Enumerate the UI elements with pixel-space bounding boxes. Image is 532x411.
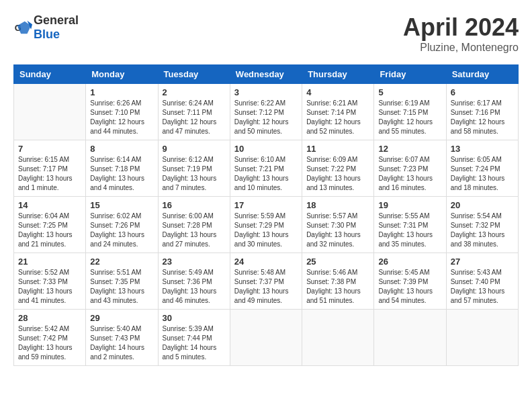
calendar-header-cell: Saturday [446, 65, 518, 84]
day-number: 29 [90, 313, 153, 323]
calendar-header-row: SundayMondayTuesdayWednesdayThursdayFrid… [14, 65, 519, 84]
logo: G General Blue [13, 13, 79, 42]
calendar-day-cell: 13Sunrise: 6:05 AM Sunset: 7:24 PM Dayli… [446, 140, 518, 197]
day-info: Sunrise: 6:04 AM Sunset: 7:25 PM Dayligh… [18, 212, 81, 249]
day-info: Sunrise: 6:02 AM Sunset: 7:26 PM Dayligh… [90, 212, 153, 249]
calendar-day-cell: 2Sunrise: 6:24 AM Sunset: 7:11 PM Daylig… [158, 84, 230, 140]
day-info: Sunrise: 6:17 AM Sunset: 7:16 PM Dayligh… [451, 99, 514, 136]
day-number: 9 [163, 144, 226, 154]
day-info: Sunrise: 5:45 AM Sunset: 7:39 PM Dayligh… [378, 268, 441, 306]
day-number: 7 [18, 144, 81, 154]
day-info: Sunrise: 6:07 AM Sunset: 7:23 PM Dayligh… [378, 155, 441, 193]
day-info: Sunrise: 6:00 AM Sunset: 7:28 PM Dayligh… [163, 212, 226, 249]
day-info: Sunrise: 6:19 AM Sunset: 7:15 PM Dayligh… [378, 99, 441, 136]
calendar-day-cell: 24Sunrise: 5:48 AM Sunset: 7:37 PM Dayli… [230, 253, 302, 310]
calendar-day-cell [302, 310, 374, 366]
day-number: 8 [90, 144, 153, 154]
calendar-header-cell: Tuesday [158, 65, 230, 84]
day-number: 11 [306, 144, 369, 154]
day-info: Sunrise: 5:57 AM Sunset: 7:30 PM Dayligh… [306, 212, 369, 249]
calendar-day-cell: 21Sunrise: 5:52 AM Sunset: 7:33 PM Dayli… [14, 253, 86, 310]
day-info: Sunrise: 6:14 AM Sunset: 7:18 PM Dayligh… [90, 155, 153, 193]
day-info: Sunrise: 6:26 AM Sunset: 7:10 PM Dayligh… [90, 99, 153, 136]
day-number: 21 [18, 257, 81, 267]
day-info: Sunrise: 6:05 AM Sunset: 7:24 PM Dayligh… [451, 155, 514, 193]
day-number: 5 [378, 87, 441, 97]
calendar-day-cell: 5Sunrise: 6:19 AM Sunset: 7:15 PM Daylig… [374, 84, 446, 140]
calendar-week-row: 1Sunrise: 6:26 AM Sunset: 7:10 PM Daylig… [14, 84, 519, 140]
calendar-day-cell: 3Sunrise: 6:22 AM Sunset: 7:12 PM Daylig… [230, 84, 302, 140]
day-info: Sunrise: 6:09 AM Sunset: 7:22 PM Dayligh… [306, 155, 369, 193]
page-header: G General Blue April 2024 Pluzine, Monte… [13, 13, 519, 54]
day-number: 12 [378, 144, 441, 154]
day-info: Sunrise: 5:52 AM Sunset: 7:33 PM Dayligh… [18, 268, 81, 306]
day-info: Sunrise: 5:51 AM Sunset: 7:35 PM Dayligh… [90, 268, 153, 306]
calendar-day-cell: 20Sunrise: 5:54 AM Sunset: 7:32 PM Dayli… [446, 197, 518, 253]
calendar-header-cell: Wednesday [230, 65, 302, 84]
calendar-day-cell: 18Sunrise: 5:57 AM Sunset: 7:30 PM Dayli… [302, 197, 374, 253]
calendar-day-cell: 28Sunrise: 5:42 AM Sunset: 7:42 PM Dayli… [14, 310, 86, 366]
day-info: Sunrise: 6:15 AM Sunset: 7:17 PM Dayligh… [18, 155, 81, 193]
day-info: Sunrise: 6:10 AM Sunset: 7:21 PM Dayligh… [234, 155, 298, 193]
day-info: Sunrise: 5:59 AM Sunset: 7:29 PM Dayligh… [234, 212, 298, 249]
calendar-week-row: 28Sunrise: 5:42 AM Sunset: 7:42 PM Dayli… [14, 310, 519, 366]
calendar-day-cell: 14Sunrise: 6:04 AM Sunset: 7:25 PM Dayli… [14, 197, 86, 253]
day-info: Sunrise: 6:22 AM Sunset: 7:12 PM Dayligh… [234, 99, 298, 136]
logo-icon: G [13, 18, 32, 37]
calendar-day-cell [14, 84, 86, 140]
calendar-day-cell [230, 310, 302, 366]
day-number: 20 [451, 200, 514, 210]
day-info: Sunrise: 5:54 AM Sunset: 7:32 PM Dayligh… [451, 212, 514, 249]
calendar-header-cell: Sunday [14, 65, 86, 84]
logo-general: General [34, 13, 79, 27]
day-number: 17 [234, 200, 298, 210]
calendar-day-cell: 23Sunrise: 5:49 AM Sunset: 7:36 PM Dayli… [158, 253, 230, 310]
day-info: Sunrise: 5:46 AM Sunset: 7:38 PM Dayligh… [306, 268, 369, 306]
day-number: 19 [378, 200, 441, 210]
calendar-header-cell: Monday [86, 65, 158, 84]
calendar-day-cell: 22Sunrise: 5:51 AM Sunset: 7:35 PM Dayli… [86, 253, 158, 310]
day-info: Sunrise: 5:43 AM Sunset: 7:40 PM Dayligh… [451, 268, 514, 306]
calendar-day-cell: 9Sunrise: 6:12 AM Sunset: 7:19 PM Daylig… [158, 140, 230, 197]
calendar-day-cell: 10Sunrise: 6:10 AM Sunset: 7:21 PM Dayli… [230, 140, 302, 197]
day-info: Sunrise: 5:40 AM Sunset: 7:43 PM Dayligh… [90, 324, 153, 362]
month-title: April 2024 [403, 13, 519, 42]
calendar-day-cell: 6Sunrise: 6:17 AM Sunset: 7:16 PM Daylig… [446, 84, 518, 140]
calendar-day-cell: 27Sunrise: 5:43 AM Sunset: 7:40 PM Dayli… [446, 253, 518, 310]
day-number: 15 [90, 200, 153, 210]
day-number: 22 [90, 257, 153, 267]
calendar-day-cell: 30Sunrise: 5:39 AM Sunset: 7:44 PM Dayli… [158, 310, 230, 366]
calendar-week-row: 14Sunrise: 6:04 AM Sunset: 7:25 PM Dayli… [14, 197, 519, 253]
day-info: Sunrise: 5:42 AM Sunset: 7:42 PM Dayligh… [18, 324, 81, 362]
day-number: 10 [234, 144, 298, 154]
calendar-day-cell: 29Sunrise: 5:40 AM Sunset: 7:43 PM Dayli… [86, 310, 158, 366]
calendar-day-cell: 16Sunrise: 6:00 AM Sunset: 7:28 PM Dayli… [158, 197, 230, 253]
calendar-day-cell: 7Sunrise: 6:15 AM Sunset: 7:17 PM Daylig… [14, 140, 86, 197]
logo-text: General Blue [34, 13, 79, 42]
day-number: 1 [90, 87, 153, 97]
day-info: Sunrise: 6:21 AM Sunset: 7:14 PM Dayligh… [306, 99, 369, 136]
location: Pluzine, Montenegro [403, 42, 519, 54]
day-number: 28 [18, 313, 81, 323]
day-number: 30 [163, 313, 226, 323]
calendar-day-cell: 25Sunrise: 5:46 AM Sunset: 7:38 PM Dayli… [302, 253, 374, 310]
logo-blue: Blue [34, 28, 60, 41]
calendar-header-cell: Friday [374, 65, 446, 84]
day-number: 25 [306, 257, 369, 267]
calendar-header-cell: Thursday [302, 65, 374, 84]
day-info: Sunrise: 5:55 AM Sunset: 7:31 PM Dayligh… [378, 212, 441, 249]
day-number: 6 [451, 87, 514, 97]
day-number: 18 [306, 200, 369, 210]
calendar-day-cell: 11Sunrise: 6:09 AM Sunset: 7:22 PM Dayli… [302, 140, 374, 197]
day-number: 16 [163, 200, 226, 210]
day-number: 23 [163, 257, 226, 267]
calendar-day-cell: 12Sunrise: 6:07 AM Sunset: 7:23 PM Dayli… [374, 140, 446, 197]
calendar-day-cell: 26Sunrise: 5:45 AM Sunset: 7:39 PM Dayli… [374, 253, 446, 310]
day-info: Sunrise: 6:24 AM Sunset: 7:11 PM Dayligh… [163, 99, 226, 136]
day-info: Sunrise: 5:49 AM Sunset: 7:36 PM Dayligh… [163, 268, 226, 306]
calendar-day-cell [446, 310, 518, 366]
calendar-day-cell: 4Sunrise: 6:21 AM Sunset: 7:14 PM Daylig… [302, 84, 374, 140]
calendar-table: SundayMondayTuesdayWednesdayThursdayFrid… [13, 64, 519, 366]
day-number: 2 [163, 87, 226, 97]
day-info: Sunrise: 5:39 AM Sunset: 7:44 PM Dayligh… [163, 324, 226, 362]
